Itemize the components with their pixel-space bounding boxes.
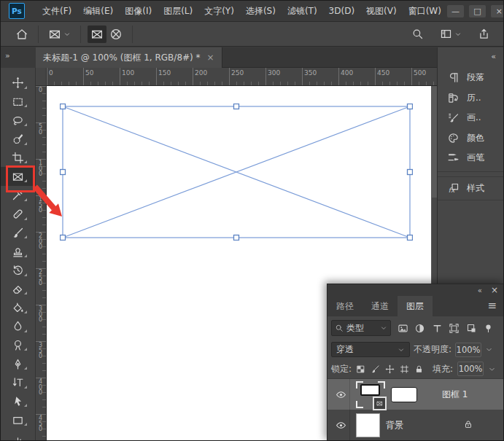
- panel-button-颜色[interactable]: 颜色: [438, 128, 503, 149]
- lock-position-icon[interactable]: [385, 364, 395, 374]
- filter-pin-icon[interactable]: [483, 323, 494, 334]
- pen-tool[interactable]: [1, 354, 35, 373]
- lock-transparent-icon: [356, 364, 365, 374]
- home-icon: [15, 28, 28, 41]
- rectangle-tool[interactable]: [1, 410, 35, 429]
- dock-header: «: [438, 47, 503, 65]
- frame-rect-button[interactable]: [88, 26, 106, 43]
- lock-pixels-icon[interactable]: [371, 364, 380, 374]
- expand-panels-chevron[interactable]: »: [1, 47, 40, 68]
- layer-row[interactable]: 图框 1: [327, 379, 504, 410]
- panel-button-样式[interactable]: fx样式: [438, 179, 503, 199]
- frame-tool-button[interactable]: [45, 26, 74, 43]
- image-filter-icon[interactable]: [398, 323, 408, 334]
- adjustment-filter-icon: [414, 323, 425, 334]
- dodge-tool[interactable]: [1, 336, 35, 355]
- type-filter-icon[interactable]: [432, 323, 443, 334]
- panel-tab-路径[interactable]: 路径: [327, 296, 363, 316]
- smart-object-filter-icon[interactable]: [466, 323, 477, 334]
- history-brush-tool[interactable]: [1, 261, 35, 280]
- ruler-corner[interactable]: [36, 68, 47, 86]
- opacity-dropdown-chevron[interactable]: [485, 346, 493, 354]
- hidden-bottom-tool[interactable]: [1, 429, 35, 440]
- menu-item-4[interactable]: 图层(L): [158, 1, 198, 21]
- home-button[interactable]: [12, 26, 31, 43]
- menu-item-2[interactable]: 编辑(E): [77, 1, 119, 21]
- lock-transparent-icon[interactable]: [356, 364, 365, 374]
- menu-item-9[interactable]: 视图(V): [360, 1, 403, 21]
- collapse-panel-icon[interactable]: «: [478, 286, 482, 294]
- menu-item-10[interactable]: 窗口(W): [403, 1, 447, 21]
- panel-menu-icon[interactable]: ≡: [487, 296, 504, 316]
- share-button[interactable]: [475, 26, 493, 42]
- move-tool[interactable]: [1, 74, 35, 93]
- tab-close-icon[interactable]: ×: [207, 52, 214, 63]
- document-tab[interactable]: 未标题-1 @ 100% (图框 1, RGB/8#) * ×: [36, 47, 222, 68]
- panel-button-段落[interactable]: 段落: [438, 68, 503, 88]
- menu-item-6[interactable]: 选择(S): [240, 1, 282, 21]
- menu-item-8[interactable]: 3D(D): [323, 1, 360, 21]
- search-button[interactable]: [408, 26, 427, 42]
- frame-thumbnail[interactable]: [356, 381, 385, 408]
- eye-icon: [336, 389, 346, 400]
- spot-healing-tool[interactable]: [1, 205, 35, 224]
- smart-object-filter-icon: [466, 323, 477, 334]
- lock-all-icon[interactable]: [414, 364, 424, 374]
- filter-pin-icon: [483, 323, 494, 334]
- quick-selection-tool[interactable]: [1, 130, 35, 149]
- panel-tab-通道[interactable]: 通道: [363, 296, 398, 316]
- menu-item-7[interactable]: 滤镜(T): [282, 1, 323, 21]
- frame-object[interactable]: [60, 104, 413, 241]
- ruler-number: 0: [49, 69, 53, 77]
- filter-type-value: 类型: [346, 322, 364, 335]
- path-select-tool[interactable]: [1, 392, 35, 411]
- ruler-number: 150: [158, 69, 171, 77]
- close-button[interactable]: ×: [491, 5, 504, 17]
- menu-item-5[interactable]: 文字(Y): [198, 1, 240, 21]
- menu-item-3[interactable]: 图像(I): [119, 1, 158, 21]
- workspace-button[interactable]: [437, 26, 465, 42]
- minimize-button[interactable]: —: [447, 5, 464, 17]
- opacity-value[interactable]: 100%: [455, 343, 481, 357]
- collapse-panels-icon[interactable]: «: [491, 52, 496, 61]
- panel-button-历..[interactable]: 历..: [438, 88, 503, 109]
- visibility-toggle[interactable]: [332, 379, 350, 410]
- fill-dropdown-chevron[interactable]: [488, 365, 496, 373]
- fill-value[interactable]: 100%: [457, 362, 484, 376]
- frame-ellipse-button[interactable]: [106, 26, 125, 43]
- adjustment-filter-icon[interactable]: [414, 323, 425, 334]
- blend-mode-dropdown[interactable]: 穿透: [331, 342, 410, 357]
- dock-group-2: fx样式: [438, 176, 503, 201]
- panel-button-画笔[interactable]: 画笔: [438, 148, 503, 168]
- rectangular-marquee-tool[interactable]: [1, 93, 35, 112]
- menu-item-1[interactable]: 文件(F): [36, 1, 77, 21]
- shape-filter-icon[interactable]: [449, 323, 460, 334]
- eraser-tool[interactable]: [1, 280, 35, 299]
- clone-stamp-tool[interactable]: [1, 242, 35, 261]
- brush-tool[interactable]: [1, 224, 35, 243]
- window-controls: —□×: [447, 5, 504, 17]
- filter-type-dropdown[interactable]: 类型: [331, 320, 391, 336]
- layer-thumbnail[interactable]: [356, 413, 380, 437]
- visibility-toggle[interactable]: [332, 410, 350, 440]
- chevron-down-icon: [380, 324, 387, 332]
- lock-label: 锁定:: [331, 363, 352, 375]
- type-filter-icon: [432, 323, 443, 334]
- layer-row[interactable]: 背景: [327, 410, 504, 440]
- blur-tool[interactable]: [1, 317, 35, 336]
- type-tool[interactable]: [1, 373, 35, 392]
- share-icon: [478, 28, 490, 40]
- lock-position-icon: [385, 364, 395, 374]
- lasso-tool[interactable]: [1, 111, 35, 130]
- panel-button-画..[interactable]: 画..: [438, 108, 503, 128]
- lock-artboard-icon[interactable]: [400, 364, 409, 374]
- padlock-icon: [463, 419, 473, 429]
- close-panel-icon[interactable]: ×: [491, 285, 498, 295]
- panel-tab-图层[interactable]: 图层: [398, 296, 433, 316]
- frame-content-thumbnail[interactable]: [391, 387, 417, 402]
- paint-bucket-tool[interactable]: [1, 298, 35, 317]
- crop-tool[interactable]: [1, 149, 35, 168]
- ruler-number: 100: [122, 69, 134, 77]
- maximize-button[interactable]: □: [469, 5, 486, 17]
- thumb-corner: [356, 401, 363, 408]
